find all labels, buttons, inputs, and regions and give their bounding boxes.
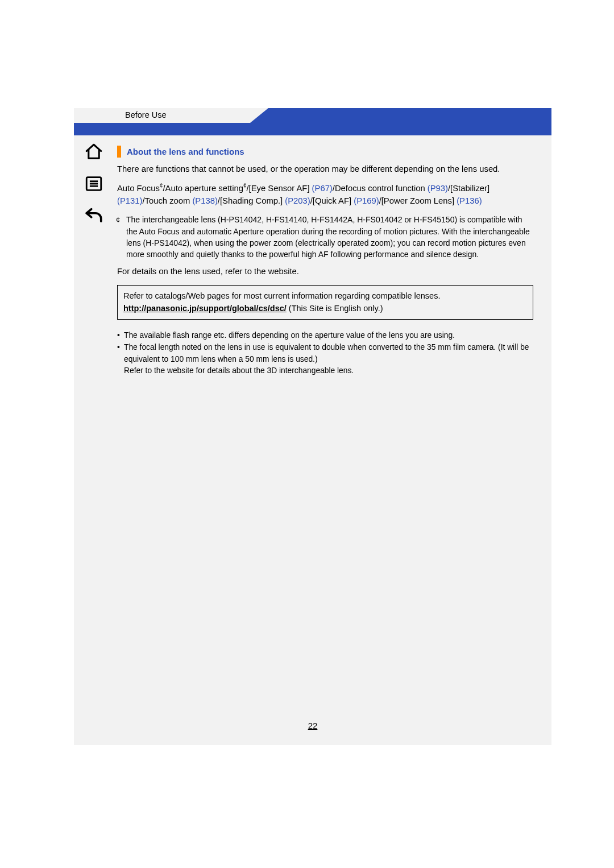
toc-icon[interactable] [83,173,105,195]
link-p93[interactable]: (P93) [428,184,448,193]
info-box: Refer to catalogs/Web pages for most cur… [117,285,533,320]
info-box-line2: http://panasonic.jp/support/global/cs/ds… [123,303,527,315]
link-p138[interactable]: (P138) [192,196,217,205]
link-p131[interactable]: (P131) [117,196,142,205]
section-title: About the lens and functions [127,147,244,156]
paragraph-intro: There are functions that cannot be used,… [117,163,533,175]
document-page: Before Use About the lens and functions … [0,0,614,868]
header-bar: Before Use [74,108,551,135]
link-p136[interactable]: (P136) [457,196,482,205]
notes-block: • The available flash range etc. differs… [117,330,538,377]
info-box-line1: Refer to catalogs/Web pages for most cur… [123,290,527,303]
note-item: • The available flash range etc. differs… [117,330,538,342]
link-p203[interactable]: (P203) [285,196,310,205]
support-url[interactable]: http://panasonic.jp/support/global/cs/ds… [123,304,287,313]
footnote-text: The interchangeable lens (H-PS14042, H-F… [126,215,530,259]
note-item: • The focal length noted on the lens in … [117,342,538,377]
section-heading: About the lens and functions [117,146,551,158]
link-p67[interactable]: (P67) [312,184,333,193]
breadcrumb: Before Use [125,110,167,119]
footnote: ¢ The interchangeable lens (H-PS14042, H… [126,214,533,260]
footnote-mark: ¢ [116,215,120,226]
paragraph-links: Auto Focus¢/Auto aperture setting¢/[Eye … [117,182,533,207]
page-number[interactable]: 22 [74,721,551,730]
back-icon[interactable] [83,205,105,226]
link-p169[interactable]: (P169) [354,196,379,205]
paragraph-website: For details on the lens used, refer to t… [117,266,533,278]
section-accent-bar [117,146,121,158]
content-area: Before Use About the lens and functions … [74,108,551,745]
home-icon[interactable] [83,141,105,163]
sidebar [74,141,114,226]
